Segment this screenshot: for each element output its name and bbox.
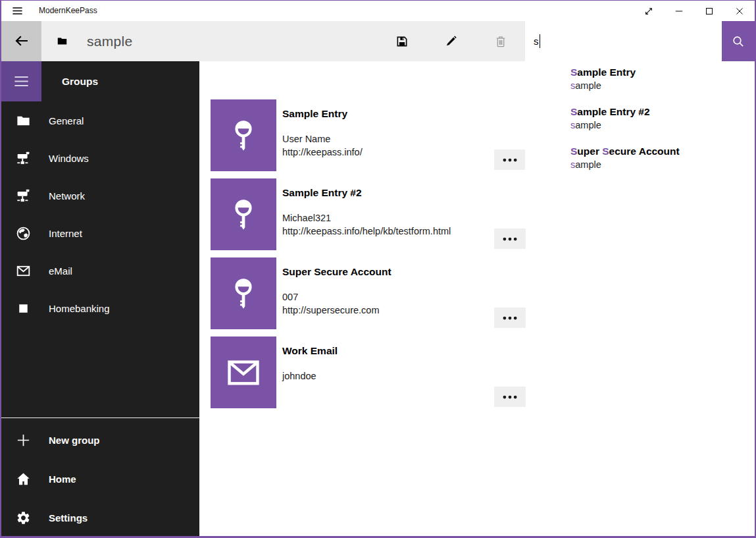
text-cursor bbox=[540, 34, 541, 48]
back-arrow-icon bbox=[14, 34, 30, 49]
entry-title: Sample Entry bbox=[282, 108, 490, 120]
search-button[interactable] bbox=[722, 21, 755, 61]
save-button[interactable] bbox=[377, 21, 426, 61]
sidebar-item-email[interactable]: eMail bbox=[1, 252, 199, 290]
ellipsis-icon bbox=[500, 308, 520, 328]
appbar: sample bbox=[1, 21, 525, 61]
entry-line: http://keepass.info/help/kb/testform.htm… bbox=[282, 225, 490, 238]
sidebar-item-general[interactable]: General bbox=[1, 102, 199, 140]
entry-row-super-secure-account[interactable]: Super Secure Account 007http://supersecu… bbox=[211, 257, 526, 329]
close-button[interactable] bbox=[724, 1, 755, 21]
search-query: s bbox=[534, 36, 539, 47]
suggestion-title: Super Secure Account bbox=[570, 145, 756, 158]
titlebar: ModernKeePass bbox=[1, 1, 755, 21]
suggestion-subtitle: sample bbox=[570, 119, 756, 132]
network-icon bbox=[15, 151, 31, 167]
back-button[interactable] bbox=[1, 21, 41, 61]
maximize-icon bbox=[703, 5, 715, 17]
mail-icon bbox=[225, 354, 262, 391]
home-icon bbox=[15, 471, 31, 487]
search-icon bbox=[732, 35, 745, 48]
entry-tile bbox=[211, 178, 276, 250]
entry-title: Super Secure Account bbox=[282, 266, 490, 278]
sidebar-item-windows[interactable]: Windows bbox=[1, 140, 199, 177]
entry-tile bbox=[211, 257, 276, 329]
entry-line: http://keepass.info/ bbox=[282, 146, 490, 159]
save-icon bbox=[395, 35, 409, 48]
suggestion-subtitle: sample bbox=[570, 79, 756, 92]
delete-button[interactable] bbox=[476, 21, 525, 61]
maximize-button[interactable] bbox=[694, 1, 724, 21]
key-icon bbox=[225, 275, 262, 312]
gear-icon bbox=[15, 510, 31, 526]
entry-line: User Name bbox=[282, 132, 490, 146]
sidebar-footer: New group Home Settings bbox=[1, 421, 199, 537]
sidebar-item-homebanking[interactable]: Homebanking bbox=[1, 290, 199, 327]
entry-more-button[interactable] bbox=[494, 149, 526, 170]
sidebar-item-home[interactable]: Home bbox=[1, 460, 199, 498]
search-input[interactable]: s bbox=[525, 21, 722, 61]
group-title: sample bbox=[87, 21, 133, 61]
fullscreen-button[interactable] bbox=[634, 1, 664, 21]
search-box: s bbox=[525, 21, 755, 61]
pencil-icon bbox=[445, 35, 458, 48]
sidebar: Groups General Windows Network Internet … bbox=[1, 61, 199, 536]
sidebar-separator bbox=[1, 417, 199, 418]
entry-row-work-email[interactable]: Work Email johndoe bbox=[211, 336, 526, 408]
entry-more-button[interactable] bbox=[494, 387, 526, 407]
plus-icon bbox=[15, 433, 31, 448]
suggestion-item[interactable]: Sample Entry sample bbox=[525, 66, 756, 105]
suggestion-subtitle: sample bbox=[570, 158, 756, 171]
network-icon bbox=[15, 188, 31, 204]
entry-tile bbox=[211, 99, 276, 171]
minimize-icon bbox=[673, 5, 685, 17]
search-suggestions: Sample Entry sample Sample Entry #2 samp… bbox=[525, 61, 756, 192]
hamburger-icon bbox=[11, 5, 24, 17]
entry-list: Sample Entry User Namehttp://keepass.inf… bbox=[211, 99, 526, 416]
key-icon bbox=[225, 196, 262, 233]
square-icon bbox=[15, 301, 31, 317]
globe-icon bbox=[15, 226, 31, 242]
edit-button[interactable] bbox=[426, 21, 476, 61]
suggestion-item[interactable]: Super Secure Account sample bbox=[525, 145, 756, 184]
ellipsis-icon bbox=[500, 387, 520, 407]
entry-line: Michael321 bbox=[282, 211, 490, 225]
sidebar-item-settings[interactable]: Settings bbox=[1, 498, 199, 537]
sidebar-item-internet[interactable]: Internet bbox=[1, 215, 199, 252]
ellipsis-icon bbox=[500, 150, 520, 170]
command-buttons bbox=[377, 21, 525, 61]
sidebar-item-network[interactable]: Network bbox=[1, 177, 199, 215]
minimize-button[interactable] bbox=[664, 1, 694, 21]
menu-toggle-button[interactable] bbox=[1, 61, 41, 101]
entry-title: Sample Entry #2 bbox=[282, 187, 490, 199]
entry-tile bbox=[211, 336, 276, 408]
entry-row-sample-entry[interactable]: Sample Entry User Namehttp://keepass.inf… bbox=[211, 99, 526, 171]
suggestion-title: Sample Entry bbox=[570, 66, 756, 79]
key-icon bbox=[225, 117, 262, 154]
group-list: General Windows Network Internet eMail H… bbox=[1, 102, 199, 327]
mail-icon bbox=[15, 263, 31, 279]
suggestion-item[interactable]: Sample Entry #2 sample bbox=[525, 105, 756, 145]
window-controls bbox=[634, 1, 755, 21]
ellipsis-icon bbox=[500, 229, 520, 249]
database-folder-icon bbox=[57, 36, 68, 47]
sidebar-item-new-group[interactable]: New group bbox=[1, 421, 199, 460]
entry-title: Work Email bbox=[282, 345, 490, 357]
hamburger-icon bbox=[13, 72, 30, 90]
suggestion-title: Sample Entry #2 bbox=[570, 105, 756, 119]
entry-more-button[interactable] bbox=[494, 229, 526, 249]
titlebar-hamburger-button[interactable] bbox=[3, 1, 32, 21]
entry-line: 007 bbox=[282, 290, 490, 304]
entry-line: johndoe bbox=[282, 369, 490, 383]
trash-icon bbox=[494, 35, 507, 48]
window-title: ModernKeePass bbox=[39, 1, 97, 21]
groups-header: Groups bbox=[62, 61, 98, 101]
close-icon bbox=[734, 5, 745, 17]
entry-row-sample-entry-2[interactable]: Sample Entry #2 Michael321http://keepass… bbox=[211, 178, 526, 250]
entry-more-button[interactable] bbox=[494, 308, 526, 328]
folder-icon bbox=[15, 113, 31, 129]
fullscreen-icon bbox=[643, 5, 655, 17]
app-window: ModernKeePass sample bbox=[0, 0, 756, 538]
entry-line: http://supersecure.com bbox=[282, 304, 490, 317]
